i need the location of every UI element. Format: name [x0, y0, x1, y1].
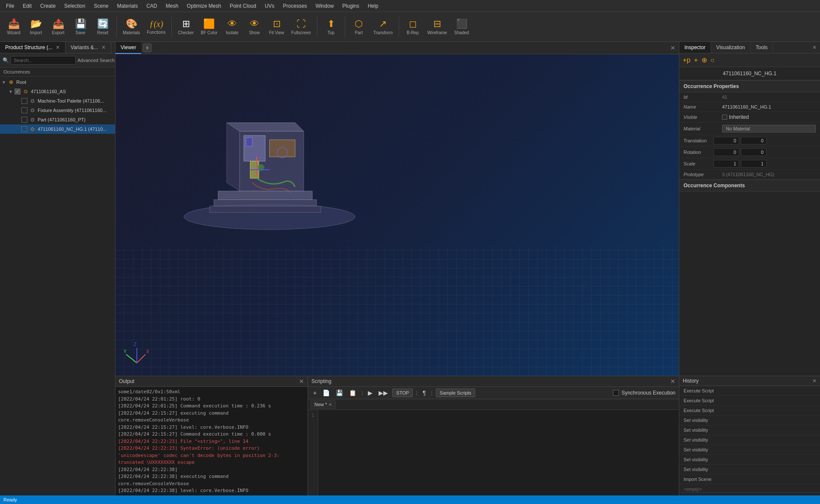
part-checkbox[interactable]	[21, 117, 27, 123]
inspector-close-button[interactable]: ✕	[812, 44, 817, 50]
script-save-all-icon[interactable]: 📋	[347, 389, 358, 397]
sample-scripts-button[interactable]: Sample Scripts	[436, 389, 475, 397]
menu-help[interactable]: Help	[364, 1, 383, 11]
as-checkbox[interactable]: ✓	[15, 88, 21, 94]
new-tab-close[interactable]: ✕	[329, 402, 332, 407]
scale-y-field[interactable]	[741, 160, 767, 168]
tab-product-structure[interactable]: Product Structure (... ✕	[0, 42, 65, 53]
history-item-9[interactable]: Import Scene	[679, 475, 820, 484]
menu-scene[interactable]: Scene	[89, 1, 112, 11]
machine-tool-checkbox[interactable]	[21, 98, 27, 104]
variants-close[interactable]: ✕	[101, 44, 106, 50]
advanced-search-button[interactable]: Advanced Search	[77, 58, 115, 63]
viewer-tab[interactable]: Viewer	[115, 42, 141, 54]
history-item-1[interactable]: Execute Script	[679, 396, 820, 406]
menu-plugins[interactable]: Plugins	[338, 1, 363, 11]
toolbar-save[interactable]: 💾 Save	[70, 17, 91, 37]
sync-execution-checkbox[interactable]	[613, 390, 619, 396]
history-item-8[interactable]: Set visibility	[679, 465, 820, 475]
translation-x-field[interactable]	[713, 137, 739, 144]
add-p-icon[interactable]: +p	[683, 56, 690, 64]
as-arrow[interactable]: ▼	[9, 89, 15, 94]
menu-mesh[interactable]: Mesh	[162, 1, 183, 11]
material-button[interactable]: No Material	[722, 125, 816, 133]
menu-window[interactable]: Window	[311, 1, 338, 11]
viewer-3d-container[interactable]: Part Occurrences 4 Triangles 75926 Point…	[115, 54, 679, 376]
tab-tools[interactable]: Tools	[751, 42, 773, 53]
output-close-button[interactable]: ✕	[299, 378, 304, 385]
toolbar-show[interactable]: 👁 Show	[244, 17, 265, 37]
tree-item-root[interactable]: ▼ ⊕ Root	[0, 77, 115, 87]
visible-checkbox[interactable]	[722, 115, 727, 120]
toolbar-import[interactable]: 📂 Import	[26, 17, 46, 37]
script-add-button[interactable]: +	[311, 389, 318, 397]
rotation-y-field[interactable]	[741, 148, 767, 156]
toolbar-bf-color[interactable]: 🟧 BF Color	[198, 17, 220, 37]
menu-point-cloud[interactable]: Point Cloud	[225, 1, 261, 11]
toolbar-materials[interactable]: 🎨 Materials	[120, 17, 143, 37]
toolbar-wireframe[interactable]: ⊟ Wireframe	[425, 17, 450, 37]
menu-file[interactable]: File	[2, 1, 18, 11]
add-icon[interactable]: +	[694, 56, 698, 64]
viewer-pause-button[interactable]: ⏸	[143, 44, 151, 52]
toolbar-functions[interactable]: ƒ(x) Functions	[145, 18, 168, 36]
viewer-close-button[interactable]: ✕	[670, 44, 675, 51]
history-item-10[interactable]: <empty>	[679, 484, 820, 492]
toolbar-checker[interactable]: ⊞ Checker	[175, 17, 196, 37]
menu-uvs[interactable]: UVs	[261, 1, 279, 11]
code-editor[interactable]	[318, 410, 679, 504]
script-new-icon[interactable]: 📄	[321, 389, 332, 397]
history-item-7[interactable]: Set visibility	[679, 455, 820, 465]
tree-item-part[interactable]: ⊙ Part (4711061160_PT)	[0, 115, 115, 124]
toolbar-shaded[interactable]: ⬛ Shaded	[451, 17, 472, 37]
script-stop-button[interactable]: STOP	[392, 389, 413, 397]
menu-edit[interactable]: Edit	[18, 1, 36, 11]
translation-y-field[interactable]	[741, 137, 767, 144]
scripting-close-button[interactable]: ✕	[670, 378, 675, 385]
circle-icon[interactable]: ○	[710, 56, 715, 64]
script-run-button[interactable]: ▶	[366, 389, 374, 397]
history-item-0[interactable]: Execute Script	[679, 386, 820, 396]
scale-x-field[interactable]	[713, 160, 739, 168]
toolbar-fullscreen[interactable]: ⛶ Fullscreen	[289, 17, 314, 37]
toolbar-isolate[interactable]: 👁 Isolate	[222, 17, 243, 37]
menu-materials[interactable]: Materials	[112, 1, 142, 11]
nc-hg-checkbox[interactable]	[21, 126, 27, 132]
tree-item-nc-hg[interactable]: ⊙ 4711061160_NC_HG.1 (47110...	[0, 124, 115, 134]
script-format-button[interactable]: ¶	[421, 389, 428, 397]
product-structure-close[interactable]: ✕	[56, 44, 60, 50]
menu-selection[interactable]: Selection	[60, 1, 89, 11]
menu-cad[interactable]: CAD	[142, 1, 161, 11]
toolbar-wizard[interactable]: 📥 Wizard	[3, 17, 24, 37]
history-item-6[interactable]: Set visibility	[679, 445, 820, 455]
menu-optimize-mesh[interactable]: Optimize Mesh	[183, 1, 225, 11]
tab-inspector[interactable]: Inspector	[679, 42, 711, 53]
link-icon[interactable]: ⊕	[702, 56, 707, 64]
3d-scene[interactable]: X Y Z	[115, 54, 679, 376]
menu-create[interactable]: Create	[36, 1, 60, 11]
toolbar-transform[interactable]: ↗ Transform	[371, 17, 395, 37]
history-item-5[interactable]: Set visibility	[679, 435, 820, 445]
toolbar-top[interactable]: ⬆ Top	[321, 17, 341, 37]
toolbar-part[interactable]: ⬡ Part	[349, 17, 369, 37]
script-debug-button[interactable]: ▶▶	[377, 389, 390, 397]
history-item-4[interactable]: Set visibility	[679, 425, 820, 435]
tree-item-as[interactable]: ▼ ✓ ⊙ 4711061160_AS	[0, 87, 115, 96]
menu-processes[interactable]: Processes	[279, 1, 311, 11]
history-close-button[interactable]: ✕	[812, 378, 817, 384]
toolbar-brep[interactable]: ◻ B-Rep	[403, 17, 423, 37]
script-new-tab[interactable]: New * ✕	[311, 400, 336, 409]
root-arrow[interactable]: ▼	[2, 80, 8, 85]
tree-item-fixture[interactable]: ⊙ Fixture Assembly (4711061160...	[0, 106, 115, 115]
search-input[interactable]	[11, 56, 76, 65]
toolbar-reset[interactable]: 🔄 Reset	[92, 17, 113, 37]
fixture-checkbox[interactable]	[21, 107, 27, 113]
toolbar-export[interactable]: 📤 Export	[48, 17, 68, 37]
history-item-3[interactable]: Set visibility	[679, 416, 820, 425]
toolbar-fit-view[interactable]: ⊡ Fit View	[266, 17, 287, 37]
rotation-x-field[interactable]	[713, 148, 739, 156]
tree-item-machine-tool[interactable]: ⊙ Machine-Tool Palette (471106...	[0, 96, 115, 106]
tab-variants[interactable]: Variants &... ✕	[65, 42, 111, 53]
script-save-icon[interactable]: 💾	[334, 389, 345, 397]
tab-visualization[interactable]: Visualization	[711, 42, 750, 53]
